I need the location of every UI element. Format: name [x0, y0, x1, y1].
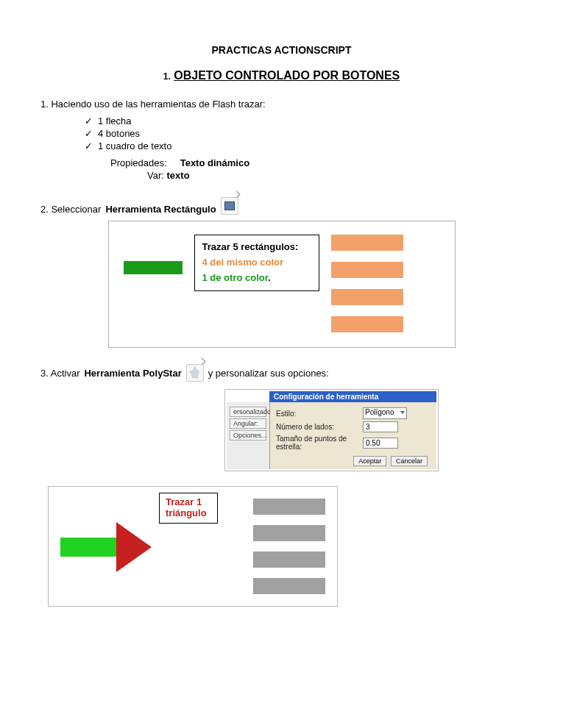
var-line: Var: texto — [147, 170, 523, 181]
orange-rectangle — [331, 235, 403, 251]
figure-dialog: Configuración de herramienta ersonalizad… — [224, 389, 439, 471]
step3-tool: Herramienta PolyStar — [84, 368, 181, 379]
check-icon: ✓ — [85, 140, 98, 151]
prop-value: Texto dinámico — [180, 157, 249, 168]
grey-button-stack — [253, 496, 325, 594]
check-icon: ✓ — [85, 115, 98, 126]
bullet-text: 4 botones — [98, 128, 140, 139]
bullet-text: 1 flecha — [98, 115, 132, 126]
step2-prefix: 2. Seleccionar — [40, 204, 101, 215]
fig1-left — [124, 261, 183, 274]
sides-label: Número de lados: — [276, 423, 363, 431]
polygon-glyph-icon — [190, 368, 200, 378]
step3-line: 3. Activar Herramienta PolyStar y person… — [40, 364, 523, 382]
instruction-box: Trazar 5 rectángulos: 4 del mismo color … — [194, 235, 319, 291]
grey-button — [253, 499, 325, 515]
rect-glyph-icon — [224, 201, 235, 210]
bullet-item: ✓1 flecha — [85, 115, 523, 126]
arrow-shaft — [60, 538, 119, 557]
cancel-button[interactable]: Cancelar — [391, 456, 428, 466]
green-rectangle — [124, 261, 183, 274]
dialog-row-starsize: Tamaño de puntos de estrella: 0.50 — [276, 435, 432, 451]
orange-rectangle — [331, 316, 403, 332]
ok-button[interactable]: Aceptar — [353, 456, 386, 466]
section-title: OBJETO CONTROLADO POR BOTONES — [174, 69, 400, 82]
side-button[interactable]: Angular: — [230, 418, 266, 429]
step1-intro: 1. Haciendo uso de las herramientas de F… — [40, 99, 523, 110]
style-label: Estilo: — [276, 410, 363, 418]
step3-suffix: y personalizar sus opciones: — [208, 368, 329, 379]
arrow-shape — [60, 522, 152, 572]
figure-arrow-buttons: Trazar 1 triángulo — [48, 486, 338, 607]
var-value: texto — [167, 170, 190, 181]
grey-button — [253, 552, 325, 568]
dialog-row-style: Estilo: Polígono — [276, 407, 432, 419]
orange-rectangle — [331, 289, 403, 305]
var-label: Var: — [147, 170, 164, 181]
document-page: PRACTICAS ACTIONSCRIPT 1. OBJETO CONTROL… — [0, 0, 563, 636]
section-number: 1. — [163, 71, 171, 82]
instr-title: Trazar 5 rectángulos: — [202, 241, 311, 252]
side-button[interactable]: Opciones... — [230, 430, 266, 440]
bullet-item: ✓1 cuadro de texto — [85, 140, 523, 151]
bullet-text: 1 cuadro de texto — [98, 140, 171, 151]
instr-line2: 1 de otro color. — [202, 272, 311, 283]
polystar-tool-icon — [186, 364, 204, 382]
prop-label: Propiedades: — [110, 157, 167, 168]
orange-rectangle — [331, 262, 403, 278]
check-icon: ✓ — [85, 128, 98, 139]
step1-bullets: ✓1 flecha ✓4 botones ✓1 cuadro de texto — [85, 115, 523, 151]
dialog-titlebar: Configuración de herramienta — [269, 391, 436, 402]
dialog-body: ersonalizado... Angular: Opciones... Est… — [227, 402, 436, 469]
bullet-item: ✓4 botones — [85, 128, 523, 139]
tri-instr-line2: triángulo — [166, 507, 211, 518]
section-heading: 1. OBJETO CONTROLADO POR BOTONES — [40, 69, 523, 82]
grey-button — [253, 578, 325, 594]
starsize-label: Tamaño de puntos de estrella: — [276, 435, 363, 451]
rectangle-tool-icon — [221, 197, 238, 215]
page-title: PRACTICAS ACTIONSCRIPT — [40, 44, 523, 56]
dialog-row-sides: Número de lados: 3 — [276, 421, 432, 432]
instr-line1: 4 del mismo color — [202, 257, 311, 268]
sides-input[interactable]: 3 — [363, 421, 398, 432]
step3-prefix: 3. Activar — [40, 368, 79, 379]
step2-tool: Herramienta Rectángulo — [105, 204, 216, 215]
grey-button — [253, 525, 325, 541]
dialog-buttons: Aceptar Cancelar — [276, 453, 432, 468]
style-select[interactable]: Polígono — [363, 407, 407, 419]
dialog-left-panel: ersonalizado... Angular: Opciones... — [227, 402, 270, 469]
properties-line: Propiedades: Texto dinámico — [110, 157, 523, 168]
tri-instr-line1: Trazar 1 — [166, 496, 211, 507]
starsize-input[interactable]: 0.50 — [363, 438, 398, 449]
dialog-right-panel: Estilo: Polígono Número de lados: 3 Tama… — [270, 402, 436, 469]
step2-line: 2. Seleccionar Herramienta Rectángulo — [40, 197, 523, 215]
side-button[interactable]: ersonalizado... — [230, 407, 266, 417]
triangle-instruction-box: Trazar 1 triángulo — [159, 493, 218, 524]
arrow-head-triangle — [116, 522, 152, 572]
orange-rect-stack — [331, 235, 403, 332]
figure-rectangles: Trazar 5 rectángulos: 4 del mismo color … — [108, 221, 456, 348]
